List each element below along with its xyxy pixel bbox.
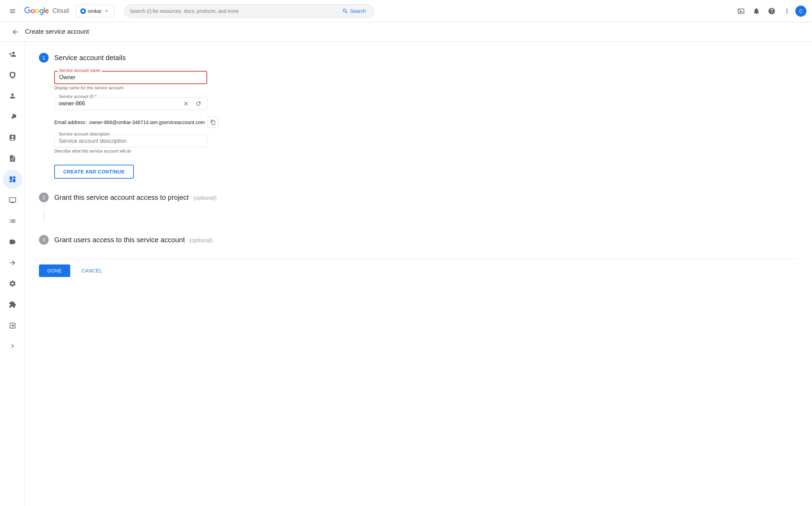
step-3-section: 3 Grant users access to this service acc… [39, 235, 798, 245]
sidebar-item-shield[interactable] [3, 65, 22, 85]
step-1-section: 1 Service account details Service accoun… [39, 53, 798, 179]
search-input[interactable] [130, 8, 339, 14]
step-2-header: 2 Grant this service account access to p… [39, 193, 798, 202]
cloud-text: Cloud [52, 7, 69, 15]
back-button[interactable] [8, 25, 22, 39]
cancel-button[interactable]: CANCEL [76, 264, 108, 277]
sidebar-item-list[interactable] [3, 211, 22, 231]
svg-point-0 [82, 10, 84, 12]
sidebar-item-expand[interactable] [3, 336, 22, 356]
step-2-subtitle: (optional) [193, 195, 217, 201]
name-field-label: Service account name [58, 68, 102, 73]
sidebar-item-dashboard[interactable] [3, 170, 22, 189]
project-selector[interactable]: omkar [76, 5, 114, 17]
create-and-continue-button[interactable]: CREATE AND CONTINUE [54, 165, 134, 179]
name-input[interactable] [59, 74, 202, 81]
name-field-wrapper: Service account name [54, 71, 207, 84]
terminal-button[interactable] [734, 4, 748, 18]
notifications-button[interactable] [749, 4, 763, 18]
subheader: Create service account [0, 22, 812, 42]
sidebar-item-settings[interactable] [3, 274, 22, 293]
email-prefix: Email address: [54, 120, 87, 125]
page-title: Create service account [25, 28, 89, 35]
step-3-title: Grant users access to this service accou… [54, 236, 213, 244]
step-2-number: 2 [39, 193, 49, 202]
copy-email-button[interactable] [208, 117, 219, 128]
search-bar[interactable]: Search [124, 4, 374, 18]
clear-id-button[interactable] [180, 98, 192, 109]
step-3-header: 3 Grant users access to this service acc… [39, 235, 798, 245]
bottom-actions: DONE CANCEL [39, 259, 798, 277]
sidebar-item-label[interactable] [3, 232, 22, 252]
description-field-wrapper: Service account description Describe wha… [54, 135, 798, 154]
top-navigation: Cloud omkar Search C [0, 0, 812, 22]
more-options-button[interactable] [780, 4, 794, 18]
dropdown-icon [104, 8, 110, 14]
step-2-section: 2 Grant this service account access to p… [39, 193, 798, 221]
main-layout: 1 Service account details Service accoun… [0, 42, 812, 506]
done-button[interactable]: DONE [39, 264, 70, 277]
sidebar-item-display[interactable] [3, 190, 22, 210]
email-address: owner-866@omkar-346714.iam.gserviceaccou… [89, 120, 205, 125]
topnav-icons: C [734, 4, 806, 18]
step-connector [43, 211, 44, 221]
sidebar-item-extension[interactable] [3, 295, 22, 314]
id-field-wrapper: Service account ID * [54, 97, 207, 110]
sidebar-item-wrench[interactable] [3, 107, 22, 126]
step-1-number: 1 [39, 53, 49, 63]
help-button[interactable] [765, 4, 779, 18]
service-account-name-field: Service account name Display name for th… [54, 71, 798, 90]
name-field-hint: Display name for this service account [54, 85, 798, 90]
step-1-title: Service account details [54, 54, 126, 62]
hamburger-menu[interactable] [6, 4, 19, 18]
main-content: 1 Service account details Service accoun… [25, 42, 812, 506]
search-icon [342, 8, 348, 14]
sidebar-item-description[interactable] [3, 149, 22, 168]
step-2-title: Grant this service account access to pro… [54, 194, 217, 202]
desc-wrapper: Service account description [54, 135, 207, 147]
sidebar-item-notes[interactable] [3, 316, 22, 335]
step-1-header: 1 Service account details [39, 53, 798, 63]
description-input[interactable] [59, 138, 203, 144]
sidebar [0, 42, 25, 506]
refresh-id-button[interactable] [193, 98, 204, 109]
step-3-number: 3 [39, 235, 49, 245]
sidebar-item-add-person[interactable] [3, 44, 22, 64]
id-field-actions [180, 98, 204, 109]
service-account-id-field: Service account ID * [54, 97, 798, 110]
email-row: Email address: owner-866@omkar-346714.ia… [54, 117, 798, 128]
avatar[interactable]: C [795, 6, 806, 17]
google-cloud-logo: Cloud [24, 7, 69, 15]
description-label: Service account description [57, 132, 111, 137]
search-button[interactable]: Search [339, 7, 368, 16]
id-field-label: Service account ID * [57, 94, 98, 99]
project-icon [80, 8, 86, 14]
project-name: omkar [88, 8, 102, 14]
step-3-subtitle: (optional) [189, 237, 213, 243]
sidebar-item-forward[interactable] [3, 253, 22, 272]
sidebar-item-person[interactable] [3, 86, 22, 106]
search-label: Search [350, 8, 366, 14]
sidebar-item-report[interactable] [3, 128, 22, 147]
description-hint: Describe what this service account will … [54, 149, 798, 154]
step-1-form: Service account name Display name for th… [54, 71, 798, 179]
